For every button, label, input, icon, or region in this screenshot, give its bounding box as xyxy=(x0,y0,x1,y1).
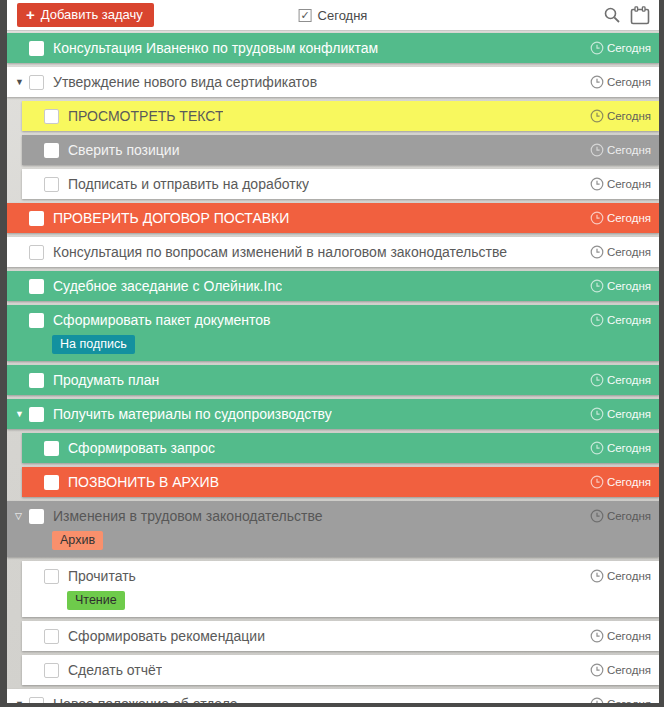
clock-icon xyxy=(590,313,604,327)
task-row[interactable]: Сформировать пакет документов Сегодня На… xyxy=(7,305,659,361)
task-checkbox[interactable] xyxy=(44,109,59,124)
task-row-main: Сформировать пакет документов Сегодня xyxy=(7,305,659,335)
task-checkbox[interactable] xyxy=(29,509,44,524)
badge-row: Чтение xyxy=(22,590,659,610)
task-row[interactable]: ▼ Новое положение об отделе Сегодня xyxy=(7,689,659,703)
task-badge[interactable]: Чтение xyxy=(67,591,125,610)
due-label: Сегодня xyxy=(607,698,651,703)
task-row[interactable]: ПОЗВОНИТЬ В АРХИВ Сегодня xyxy=(22,467,659,497)
clock-icon xyxy=(590,629,604,643)
search-icon[interactable] xyxy=(603,6,621,24)
task-row[interactable]: ▽ Изменения в трудовом законодательстве … xyxy=(7,501,659,557)
task-row-main: Прочитать Сегодня xyxy=(22,561,659,591)
task-row[interactable]: Сформировать запрос Сегодня xyxy=(22,433,659,463)
clock-icon xyxy=(590,441,604,455)
task-row[interactable]: Судебное заседание с Олейник.Inc Сегодня xyxy=(7,271,659,301)
calendar-icon[interactable] xyxy=(630,6,650,25)
task-checkbox[interactable] xyxy=(44,629,59,644)
task-checkbox[interactable] xyxy=(44,475,59,490)
task-checkbox[interactable] xyxy=(44,569,59,584)
due-date: Сегодня xyxy=(590,75,651,89)
task-checkbox[interactable] xyxy=(29,211,44,226)
due-label: Сегодня xyxy=(607,110,651,122)
task-row[interactable]: ПРОСМОТРЕТЬ ТЕКСТ Сегодня xyxy=(22,101,659,131)
task-badge[interactable]: На подпись xyxy=(52,335,135,354)
due-date: Сегодня xyxy=(590,373,651,387)
due-date: Сегодня xyxy=(590,663,651,677)
task-badge[interactable]: Архив xyxy=(52,531,103,550)
task-title: Судебное заседание с Олейник.Inc xyxy=(53,278,282,294)
due-label: Сегодня xyxy=(607,374,651,386)
task-checkbox[interactable] xyxy=(29,407,44,422)
task-row[interactable]: ПРОВЕРИТЬ ДОГОВОР ПОСТАВКИ Сегодня xyxy=(7,203,659,233)
task-row[interactable]: Сделать отчёт Сегодня xyxy=(22,655,659,685)
due-label: Сегодня xyxy=(607,408,651,420)
task-checkbox[interactable] xyxy=(29,313,44,328)
task-checkbox[interactable] xyxy=(29,279,44,294)
task-row-main: Сверить позиции Сегодня xyxy=(22,135,659,165)
collapse-arrow-icon[interactable]: ▼ xyxy=(15,410,29,419)
task-row-main: Консультация по вопросам изменений в нал… xyxy=(7,237,659,267)
collapse-arrow-icon[interactable]: ▼ xyxy=(15,700,29,704)
due-date: Сегодня xyxy=(590,509,651,523)
due-label: Сегодня xyxy=(607,212,651,224)
clock-icon xyxy=(590,177,604,191)
task-row[interactable]: Консультация по вопросам изменений в нал… xyxy=(7,237,659,267)
clock-icon xyxy=(590,143,604,157)
task-checkbox[interactable] xyxy=(29,697,44,704)
due-label: Сегодня xyxy=(607,570,651,582)
task-checkbox[interactable] xyxy=(29,245,44,260)
task-row[interactable]: Сформировать рекомендации Сегодня xyxy=(22,621,659,651)
task-checkbox[interactable] xyxy=(44,143,59,158)
clock-icon xyxy=(590,41,604,55)
task-row-main: Судебное заседание с Олейник.Inc Сегодня xyxy=(7,271,659,301)
task-title: Консультация Иваненко по трудовым конфли… xyxy=(53,40,378,56)
task-row[interactable]: ▼ Получить материалы по судопроизводству… xyxy=(7,399,659,429)
clock-icon xyxy=(590,109,604,123)
task-row-main: Продумать план Сегодня xyxy=(7,365,659,395)
task-row-main: ▼ Утверждение нового вида сертификатов С… xyxy=(7,67,659,97)
task-title: ПРОВЕРИТЬ ДОГОВОР ПОСТАВКИ xyxy=(53,210,289,226)
collapse-arrow-icon[interactable]: ▼ xyxy=(15,78,29,87)
task-title: Изменения в трудовом законодательстве xyxy=(53,508,323,524)
due-date: Сегодня xyxy=(590,569,651,583)
task-row[interactable]: Прочитать Сегодня Чтение xyxy=(22,561,659,617)
due-date: Сегодня xyxy=(590,629,651,643)
task-checkbox[interactable] xyxy=(29,75,44,90)
task-checkbox[interactable] xyxy=(44,663,59,678)
task-checkbox[interactable] xyxy=(44,177,59,192)
today-filter-checkbox[interactable]: ✓ xyxy=(299,9,312,22)
due-label: Сегодня xyxy=(607,144,651,156)
task-title: Подписать и отправить на доработку xyxy=(68,176,309,192)
clock-icon xyxy=(590,279,604,293)
due-date: Сегодня xyxy=(590,245,651,259)
today-filter-label: Сегодня xyxy=(318,8,368,23)
due-label: Сегодня xyxy=(607,442,651,454)
task-row[interactable]: Продумать план Сегодня xyxy=(7,365,659,395)
task-row[interactable]: Подписать и отправить на доработку Сегод… xyxy=(22,169,659,199)
task-row[interactable]: Консультация Иваненко по трудовым конфли… xyxy=(7,33,659,63)
task-checkbox[interactable] xyxy=(44,441,59,456)
clock-icon xyxy=(590,697,604,703)
task-checkbox[interactable] xyxy=(29,373,44,388)
due-label: Сегодня xyxy=(607,510,651,522)
task-row-main: ПОЗВОНИТЬ В АРХИВ Сегодня xyxy=(22,467,659,497)
task-row-main: Сделать отчёт Сегодня xyxy=(22,655,659,685)
due-date: Сегодня xyxy=(590,313,651,327)
task-title: Сформировать запрос xyxy=(68,440,215,456)
task-row[interactable]: Сверить позиции Сегодня xyxy=(22,135,659,165)
task-checkbox[interactable] xyxy=(29,41,44,56)
due-label: Сегодня xyxy=(607,664,651,676)
badge-row: Архив xyxy=(7,530,659,550)
toolbar: + Добавить задачу ✓ Сегодня xyxy=(7,0,659,31)
task-row-main: Сформировать запрос Сегодня xyxy=(22,433,659,463)
collapse-arrow-icon[interactable]: ▽ xyxy=(15,512,29,521)
task-row-main: ПРОСМОТРЕТЬ ТЕКСТ Сегодня xyxy=(22,101,659,131)
clock-icon xyxy=(590,663,604,677)
add-task-label: Добавить задачу xyxy=(41,7,143,22)
task-row-main: ПРОВЕРИТЬ ДОГОВОР ПОСТАВКИ Сегодня xyxy=(7,203,659,233)
task-row-main: Подписать и отправить на доработку Сегод… xyxy=(22,169,659,199)
due-label: Сегодня xyxy=(607,178,651,190)
add-task-button[interactable]: + Добавить задачу xyxy=(17,3,154,27)
task-row[interactable]: ▼ Утверждение нового вида сертификатов С… xyxy=(7,67,659,97)
